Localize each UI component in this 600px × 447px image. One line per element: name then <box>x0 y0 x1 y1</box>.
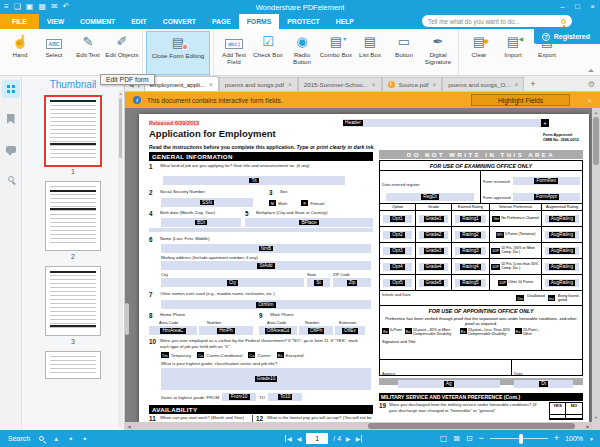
minimize-button[interactable]: – <box>555 0 570 14</box>
form-field-work-extension[interactable]: OffEx <box>335 326 365 335</box>
search-next-icon[interactable]: ✦ <box>82 435 87 442</box>
bookmark-panel-button[interactable] <box>2 110 20 128</box>
tab-close-icon[interactable]: × <box>288 81 292 88</box>
scroll-down-icon[interactable]: ▼ <box>592 415 600 420</box>
form-field-aug5[interactable]: AugRating <box>545 279 579 287</box>
form-field-work-phone[interactable]: OffPh <box>299 326 333 335</box>
vet-pref-checkbox[interactable]: 10P <box>491 264 500 270</box>
form-field-job-title[interactable]: Tit <box>163 176 345 185</box>
maximize-button[interactable]: □ <box>570 0 585 14</box>
thumbnail-scrollbar[interactable]: ▲ <box>118 90 123 428</box>
print-icon[interactable]: ▦ <box>38 0 46 14</box>
form-field-grade[interactable]: Grade10 <box>161 368 371 390</box>
form-field-birthdate[interactable]: BDt <box>161 218 241 227</box>
doc-tab-poems-copy[interactable]: poems and songs_O... × <box>442 77 524 91</box>
tab-protect[interactable]: PROTECT <box>279 14 327 29</box>
form-field-from-date[interactable]: From10 <box>222 393 256 401</box>
highlight-fields-button[interactable]: Highlight Fields <box>471 94 570 106</box>
excepted-checkbox[interactable]: Ex <box>277 352 284 358</box>
undo-icon[interactable]: ↶ <box>63 0 70 14</box>
search-panel-button[interactable] <box>2 170 20 188</box>
page-thumbnail-4[interactable] <box>45 351 101 379</box>
page-thumbnail-3[interactable] <box>45 266 101 336</box>
tab-edit[interactable]: EDIT <box>123 14 154 29</box>
form-field-opt1[interactable]: Opt1 <box>383 215 413 223</box>
check-box-button[interactable]: ☑ Check Box <box>251 31 285 75</box>
form-field-name[interactable]: NmB <box>161 244 371 253</box>
vet-pref-checkbox[interactable]: 5Pt <box>496 232 504 238</box>
vet-pref-checkbox[interactable]: 10P <box>498 280 507 286</box>
doc-tab-source[interactable]: ! Source.pdf × <box>382 77 443 91</box>
form-field-grade3[interactable]: Grade3 <box>419 247 449 255</box>
zoom-slider-knob[interactable] <box>519 434 523 444</box>
single-page-view-icon[interactable]: ▢ <box>440 434 448 443</box>
career-conditional-checkbox[interactable]: Ca <box>197 352 204 358</box>
form-field-rating4[interactable]: Rating4 <box>455 263 487 271</box>
form-field-form-approved[interactable]: FormAppr <box>513 193 580 201</box>
comment-panel-button[interactable] <box>2 140 20 158</box>
doc-tab-employment[interactable]: employment_appli... × <box>144 76 219 91</box>
tab-close-icon[interactable]: × <box>432 81 436 88</box>
form-field-address[interactable]: StAdd <box>161 261 371 270</box>
scrollbar-thumb[interactable] <box>368 423 575 429</box>
email-icon[interactable]: ✉ <box>51 0 58 14</box>
form-field-work-area-code[interactable]: OffAreaCd <box>259 326 297 335</box>
doc-tab-poems[interactable]: poems and songs.pdf × <box>219 77 298 91</box>
male-checkbox[interactable]: M <box>269 200 276 206</box>
collapse-toolbar-icon[interactable] <box>588 69 594 72</box>
form-field-opt3[interactable]: Opt3 <box>383 247 413 255</box>
scroll-up-icon[interactable]: ▲ <box>118 91 123 96</box>
gear-icon[interactable]: ⚙ <box>588 80 595 89</box>
form-field-ssn[interactable]: SSN <box>161 198 253 207</box>
close-button[interactable]: × <box>585 0 600 14</box>
page-thumbnail-1[interactable] <box>45 96 101 166</box>
form-field-form-reviewed[interactable]: FormRev <box>513 177 580 185</box>
form-field-opt5[interactable]: Opt5 <box>383 279 413 287</box>
button-field-button[interactable]: ▭ Button <box>387 31 421 75</box>
zoom-level[interactable]: 100% <box>565 435 583 442</box>
female-checkbox[interactable]: F <box>301 200 308 206</box>
form-field-aug1[interactable]: AugRating <box>545 215 579 223</box>
fit-page-view-icon[interactable]: ⊠ <box>453 434 460 443</box>
close-form-editing-button[interactable]: ▤⊗ Close Form Editing <box>146 31 210 75</box>
search-icon[interactable] <box>39 436 44 441</box>
tab-comment[interactable]: COMMENT <box>72 14 123 29</box>
tab-view[interactable]: VIEW <box>39 14 72 29</box>
list-box-button[interactable]: ▤ List Box <box>353 31 387 75</box>
temporary-checkbox[interactable]: Tm <box>161 352 169 358</box>
tab-file[interactable]: FILE <box>0 14 39 29</box>
form-field-state[interactable]: St <box>307 278 330 287</box>
tell-me-search-input[interactable]: Tell me what do you want to do... <box>422 15 572 27</box>
form-field-city[interactable]: Cty <box>161 278 304 287</box>
form-field-rating2[interactable]: Rating2 <box>455 231 487 239</box>
tab-page[interactable]: PAGE <box>204 14 239 29</box>
prev-page-button[interactable]: ◀ <box>297 435 302 442</box>
form-field-birthplace[interactable]: BPlace <box>245 218 373 227</box>
tab-forms[interactable]: FORMS <box>239 14 280 29</box>
vet-pref-checkbox[interactable]: Vet <box>492 216 500 222</box>
registered-badge[interactable]: ? Registered <box>534 29 600 44</box>
ten-point-less30-checkbox[interactable]: Ex <box>460 328 467 334</box>
form-field-date[interactable]: Dt <box>514 380 573 388</box>
form-field-other-names[interactable]: OthNm <box>161 300 371 309</box>
combo-box-button[interactable]: ▤▾ Combo Box <box>319 31 353 75</box>
first-page-button[interactable]: ◀ <box>285 435 292 442</box>
form-field-header[interactable]: Header + <box>343 119 549 127</box>
page-thumbnail-2[interactable] <box>45 181 101 251</box>
five-point-checkbox[interactable]: Ex <box>382 328 389 334</box>
fit-width-view-icon[interactable]: ⊡ <box>466 434 473 443</box>
search-label[interactable]: Search <box>8 435 30 442</box>
notification-close-icon[interactable]: × <box>587 96 592 105</box>
digital-signature-button[interactable]: ✒ Digital Signature <box>421 31 455 75</box>
investigated-checkbox[interactable]: Inv <box>548 295 555 301</box>
clear-button[interactable]: ▤✱ Clear <box>462 31 496 75</box>
form-field-home-phone[interactable]: HmPh <box>199 326 253 335</box>
scroll-left-icon[interactable]: ◀ <box>125 424 133 429</box>
scrollbar-thumb[interactable] <box>119 98 122 158</box>
form-field-home-area-code[interactable]: HmAreaC <box>149 326 197 335</box>
tab-convert[interactable]: CONVERT <box>155 14 204 29</box>
no-cell[interactable] <box>566 415 582 420</box>
form-field-grade5[interactable]: Grade5 <box>419 279 449 287</box>
search-prev-icon[interactable]: ✦ <box>68 435 73 442</box>
radio-button-button[interactable]: ◉ Radio Button <box>285 31 319 75</box>
